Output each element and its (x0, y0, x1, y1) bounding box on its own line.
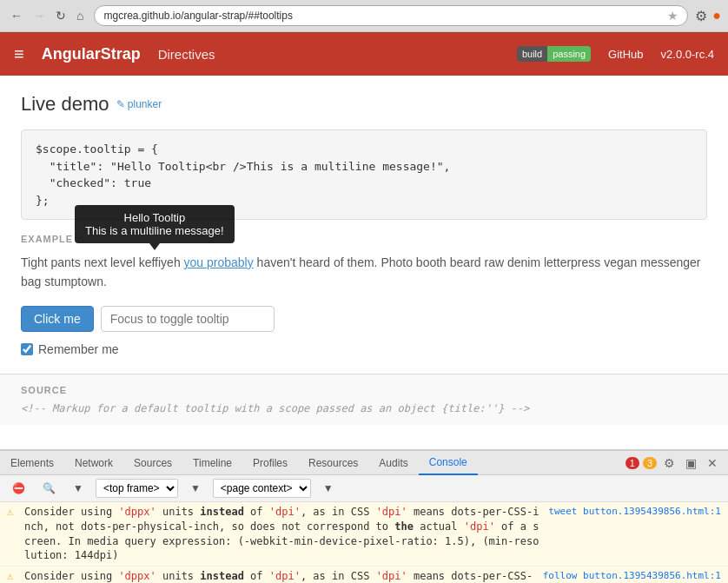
error-count: 1 (625, 457, 639, 469)
tab-timeline[interactable]: Timeline (182, 452, 242, 474)
tab-elements[interactable]: Elements (0, 452, 64, 474)
tab-sources[interactable]: Sources (123, 452, 182, 474)
source-code: <!-- Markup for a default tooltip with a… (21, 402, 707, 414)
tab-profiles[interactable]: Profiles (242, 452, 298, 474)
nav-buttons: ← → ↻ ⌂ (7, 7, 87, 24)
navbar: ≡ AngularStrap Directives build passing … (0, 32, 728, 76)
hamburger-menu-button[interactable]: ≡ (14, 44, 24, 64)
console-text-2: Consider using 'dppx' units instead of '… (24, 569, 538, 583)
source-section: SOURCE <!-- Markup for a default tooltip… (0, 374, 728, 425)
extensions-button[interactable]: ⚙ (695, 8, 707, 24)
code-text: $scope.tooltip = { "title": "Hello Toolt… (36, 141, 692, 209)
tooltip-popup-container: Hello Tooltip This is a multiline messag… (75, 205, 235, 243)
brand-name: AngularStrap (42, 45, 141, 63)
frame-select[interactable]: <top frame> (96, 479, 178, 498)
browser-toolbar: ← → ↻ ⌂ mgcrea.github.io/angular-strap/#… (0, 0, 728, 31)
forward-button[interactable]: → (30, 7, 49, 24)
click-me-button[interactable]: Click me (21, 306, 94, 332)
devtools-settings-button[interactable]: ⚙ (660, 454, 678, 472)
reload-button[interactable]: ↻ (52, 7, 69, 24)
context-select[interactable]: <page context> (213, 479, 311, 498)
passing-label: passing (547, 46, 591, 62)
devtools-panel: Elements Network Sources Timeline Profil… (0, 449, 728, 583)
console-link-2[interactable]: follow button.1395439856.html:1 (543, 569, 721, 582)
address-bar[interactable]: mgcrea.github.io/angular-strap/##tooltip… (94, 5, 688, 26)
source-label: SOURCE (21, 385, 707, 395)
devtools-toolbar: ⛔ 🔍 ▼ <top frame> ▼ <page context> ▼ (0, 475, 728, 502)
content-inner: Live demo ✎ plunker $scope.tooltip = { "… (0, 76, 728, 374)
browser-actions: ⚙ ● (695, 8, 721, 24)
plunker-link[interactable]: ✎ plunker (116, 98, 162, 110)
address-text: mgcrea.github.io/angular-strap/##tooltip… (103, 10, 662, 22)
github-link[interactable]: GitHub (608, 48, 643, 61)
demo-controls: Click me (21, 306, 707, 332)
tooltip-line1: Hello Tooltip (85, 211, 224, 224)
warning-count: 3 (643, 457, 657, 469)
directives-link[interactable]: Directives (158, 47, 215, 62)
tooltip-arrow (149, 243, 160, 250)
tab-resources[interactable]: Resources (298, 452, 368, 474)
context-arrow[interactable]: ▼ (185, 480, 206, 496)
clear-console-button[interactable]: ⛔ (7, 480, 30, 496)
console-entry-2: ⚠ Consider using 'dppx' units instead of… (0, 566, 728, 583)
main-content: Live demo ✎ plunker $scope.tooltip = { "… (0, 76, 728, 449)
console-entry-1: ⚠ Consider using 'dppx' units instead of… (0, 502, 728, 566)
filter-toggle-button[interactable]: ▼ (68, 480, 89, 496)
filter-button[interactable]: 🔍 (37, 480, 61, 496)
tooltip-line2: This is a multiline message! (85, 224, 224, 237)
example-paragraph: Tight pants next level keffiyeh you prob… (21, 253, 707, 292)
console-link-1[interactable]: tweet button.1395439856.html:1 (548, 505, 721, 518)
bookmark-icon[interactable]: ★ (667, 9, 678, 23)
warning-icon-2: ⚠ (7, 569, 19, 583)
build-label: build (517, 46, 547, 62)
remember-me-label: Remember me (38, 342, 119, 356)
browser-chrome: ← → ↻ ⌂ mgcrea.github.io/angular-strap/#… (0, 0, 728, 32)
context-down-button[interactable]: ▼ (318, 480, 339, 496)
live-demo-title: Live demo (21, 93, 109, 116)
example-text-before: Tight pants next level keffiyeh (21, 255, 184, 269)
devtools-console: ⚠ Consider using 'dppx' units instead of… (0, 502, 728, 583)
tooltip-popup: Hello Tooltip This is a multiline messag… (75, 205, 235, 243)
version-label: v2.0.0-rc.4 (661, 48, 714, 61)
devtools-tab-actions: 1 3 ⚙ ▣ ✕ (625, 454, 728, 472)
live-demo-header: Live demo ✎ plunker (21, 93, 707, 116)
devtools-tabs: Elements Network Sources Timeline Profil… (0, 451, 728, 475)
example-link[interactable]: you probably (184, 255, 254, 269)
tab-network[interactable]: Network (64, 452, 123, 474)
remember-me-checkbox[interactable] (21, 343, 33, 355)
build-badge: build passing (517, 46, 591, 62)
devtools-layout-button[interactable]: ▣ (682, 454, 700, 472)
back-button[interactable]: ← (7, 7, 26, 24)
warning-icon-1: ⚠ (7, 505, 19, 520)
devtools-close-button[interactable]: ✕ (704, 454, 721, 472)
focus-input[interactable] (101, 306, 275, 332)
menu-button[interactable]: ● (712, 8, 721, 23)
tab-audits[interactable]: Audits (368, 452, 418, 474)
home-button[interactable]: ⌂ (73, 7, 87, 24)
remember-me-row: Remember me (21, 342, 707, 356)
tab-console[interactable]: Console (419, 451, 478, 475)
console-text-1: Consider using 'dppx' units instead of '… (24, 505, 543, 563)
error-warning-counts: 1 3 (625, 457, 657, 469)
